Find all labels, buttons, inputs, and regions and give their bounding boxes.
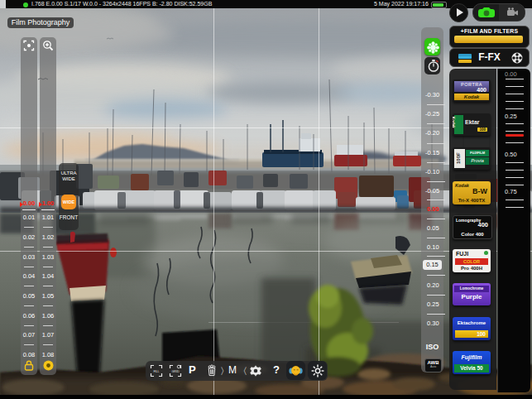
svg-text:GRID: GRID (172, 370, 180, 373)
svg-text:FILL: FILL (153, 370, 159, 373)
